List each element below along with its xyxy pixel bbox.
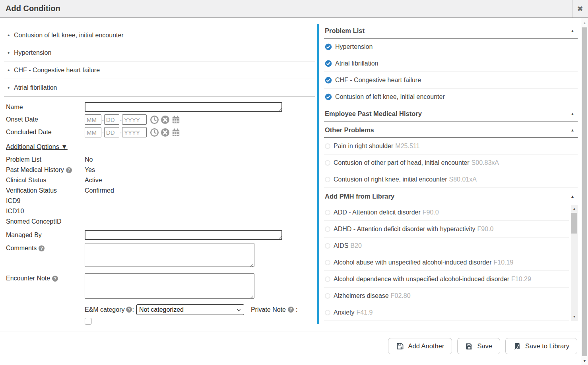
close-icon[interactable]: ✖	[574, 3, 586, 15]
radio-unchecked-icon	[325, 260, 330, 265]
private-note-label: Private Note	[251, 306, 286, 313]
calendar-icon[interactable]	[171, 115, 180, 124]
detail-label: Past Medical History	[6, 166, 64, 174]
onset-day-input[interactable]	[104, 114, 119, 125]
name-input[interactable]	[85, 102, 282, 112]
date-separator: -	[102, 129, 104, 136]
onset-year-input[interactable]	[122, 114, 147, 125]
pmh-library-item[interactable]: ADD - Attention deficit disorder F90.0	[324, 204, 569, 221]
managed-by-label: Managed By	[6, 232, 85, 239]
concluded-date-label: Concluded Date	[6, 129, 85, 136]
section-header-pmh-library[interactable]: Add PMH from Library ▲	[324, 188, 578, 204]
concluded-day-input[interactable]	[104, 127, 119, 137]
radio-unchecked-icon	[325, 293, 330, 299]
collapse-icon: ▲	[571, 194, 574, 199]
encounter-note-label: Encounter Note	[6, 275, 50, 282]
save-button[interactable]: Save	[457, 338, 500, 354]
section-title: Employee Past Medical History	[325, 110, 422, 118]
colon: :	[132, 306, 134, 313]
selected-condition-item: Hypertension	[4, 44, 315, 62]
save-to-library-button[interactable]: Save to Library	[505, 338, 577, 354]
scroll-down-icon[interactable]: ▼	[571, 314, 578, 320]
detail-row: Past Medical History Yes	[6, 165, 315, 175]
condition-form: Name Onset Date - - Concluded	[4, 102, 315, 324]
managed-by-input[interactable]	[85, 230, 282, 240]
detail-label: Problem List	[6, 156, 41, 163]
section-title: Other Problems	[325, 126, 374, 134]
other-problem-item[interactable]: Contusion of other part of head, initial…	[324, 154, 578, 171]
section-header-other-problems[interactable]: Other Problems ▲	[324, 122, 578, 138]
clear-date-icon[interactable]	[161, 128, 170, 137]
help-icon[interactable]	[66, 167, 72, 173]
right-panel: Problem List ▲ Hypertension Atrial fibri…	[317, 24, 578, 324]
detail-value: Confirmed	[85, 187, 114, 194]
icd-code: F10.19	[494, 259, 514, 266]
page-title: Add Condition	[6, 4, 60, 13]
problem-name: CHF - Congestive heart failure	[335, 77, 421, 84]
problem-list-item[interactable]: Contusion of left knee, initial encounte…	[324, 89, 578, 105]
em-category-select[interactable]: Not categorized	[136, 304, 244, 315]
detail-row: Problem List No	[6, 154, 315, 165]
pmh-list-scrollbar: ▲ ▼	[571, 205, 578, 321]
scroll-down-icon[interactable]: ▼	[581, 358, 588, 364]
footer-divider	[0, 332, 581, 332]
clear-date-icon[interactable]	[161, 115, 170, 124]
detail-label: Clinical Status	[6, 177, 46, 184]
encounter-note-textarea[interactable]	[85, 273, 254, 299]
detail-value: No	[85, 156, 93, 163]
other-problems-items: Pain in right shoulder M25.511 Contusion…	[324, 138, 578, 188]
detail-value: Active	[85, 177, 102, 184]
concluded-year-input[interactable]	[122, 127, 147, 137]
help-icon[interactable]	[126, 307, 132, 313]
clock-icon[interactable]	[150, 115, 159, 124]
problem-name: Contusion of other part of head, initial…	[334, 159, 470, 166]
section-header-employee-pmh[interactable]: Employee Past Medical History ▲	[324, 105, 578, 122]
pmh-library-item[interactable]: AIDS B20	[324, 238, 569, 254]
colon: :	[296, 306, 297, 313]
comments-textarea[interactable]	[85, 243, 254, 267]
check-circle-icon	[325, 77, 332, 84]
problem-list-item[interactable]: Hypertension	[324, 39, 578, 55]
scroll-up-icon[interactable]: ▲	[571, 206, 578, 212]
date-separator: -	[102, 116, 104, 123]
pmh-library-item[interactable]: ADHD - Attention deficit disorder with h…	[324, 221, 569, 238]
concluded-month-input[interactable]	[85, 127, 101, 137]
button-label: Save to Library	[525, 342, 569, 350]
additional-options-link[interactable]: Additional Options ▼	[6, 143, 68, 151]
other-problem-item[interactable]: Contusion of right knee, initial encount…	[324, 171, 578, 188]
section-header-problem-list[interactable]: Problem List ▲	[324, 24, 578, 39]
scroll-up-icon[interactable]: ▲	[581, 20, 588, 26]
detail-rows: Problem List No Past Medical History Yes…	[6, 154, 315, 227]
icd-code: M25.511	[395, 143, 419, 150]
page-scrollbar: ▲ ▼	[581, 18, 588, 365]
other-problem-item[interactable]: Pain in right shoulder M25.511	[324, 138, 578, 154]
name-label: Name	[6, 104, 85, 111]
pmh-library-item[interactable]: Alcohol dependence with unspecified alco…	[324, 271, 569, 288]
problem-list-item[interactable]: CHF - Congestive heart failure	[324, 72, 578, 89]
selected-condition-item: Atrial fibrillation	[4, 79, 315, 97]
icd-code: F41.9	[356, 309, 373, 316]
help-icon[interactable]	[288, 307, 294, 313]
problem-list-item[interactable]: Atrial fibrillation	[324, 55, 578, 72]
detail-row: ICD10	[6, 206, 315, 216]
problem-name: Contusion of left knee, initial encounte…	[335, 93, 445, 100]
help-icon[interactable]	[39, 245, 45, 251]
pmh-library-item[interactable]: Anxiety F41.9	[324, 304, 569, 321]
detail-label: Snomed ConceptID	[6, 218, 62, 225]
radio-unchecked-icon	[325, 210, 330, 215]
scrollbar-thumb[interactable]	[582, 27, 587, 356]
pmh-library-item[interactable]: Alcohol abuse with unspecified alcohol-i…	[324, 254, 569, 271]
onset-month-input[interactable]	[85, 114, 101, 125]
check-circle-icon	[325, 43, 332, 50]
add-another-button[interactable]: Add Another	[388, 338, 452, 354]
scrollbar-thumb[interactable]	[571, 213, 577, 234]
private-note-checkbox[interactable]	[85, 318, 91, 324]
help-icon[interactable]	[52, 276, 58, 282]
icd-code: F02.80	[391, 292, 411, 299]
radio-unchecked-icon	[325, 243, 330, 249]
calendar-icon[interactable]	[171, 128, 180, 137]
clock-icon[interactable]	[150, 128, 159, 137]
icd-code: F90.0	[477, 226, 494, 233]
pmh-library-item[interactable]: Alzheimers disease F02.80	[324, 288, 569, 304]
header-divider	[572, 0, 572, 17]
